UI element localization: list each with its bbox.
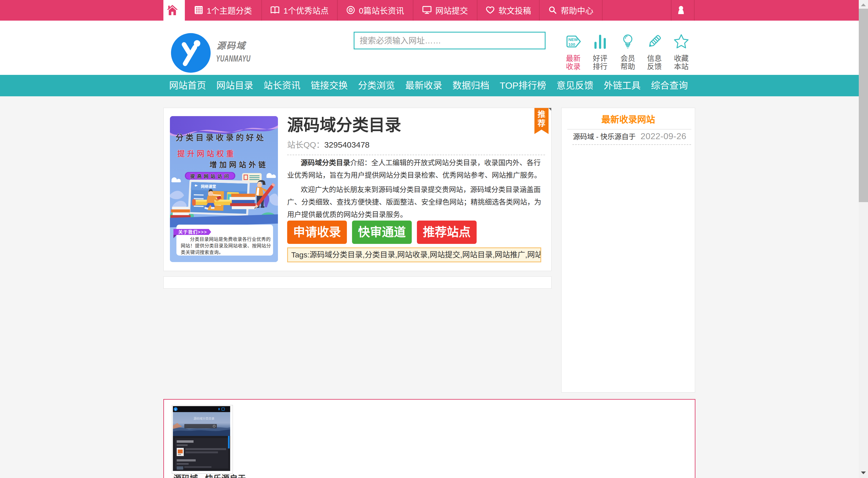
svg-text:分类目录收录的好处: 分类目录收录的好处 bbox=[176, 133, 266, 142]
svg-text:网络课堂: 网络课堂 bbox=[201, 184, 216, 189]
svg-text:提高网站访问: 提高网站访问 bbox=[190, 173, 231, 179]
svg-text:NEW: NEW bbox=[568, 37, 578, 42]
svg-text:提升网站权重: 提升网站权重 bbox=[177, 150, 236, 158]
svg-text:类关键词搜索查询。: 类关键词搜索查询。 bbox=[181, 250, 224, 255]
svg-text:关于我们>>>: 关于我们>>> bbox=[178, 229, 207, 234]
svg-text:100: 100 bbox=[568, 42, 575, 47]
svg-text:分类目录网站是免费收录各行业优秀的: 分类目录网站是免费收录各行业优秀的 bbox=[190, 237, 271, 242]
svg-text:网站！提供分类目录及网站收录、按网站分: 网站！提供分类目录及网站收录、按网站分 bbox=[181, 243, 271, 249]
svg-text:源码域分类目录: 源码域分类目录 bbox=[193, 417, 214, 420]
svg-text:增加网站外链: 增加网站外链 bbox=[210, 161, 268, 169]
svg-text:y: y bbox=[175, 408, 176, 411]
